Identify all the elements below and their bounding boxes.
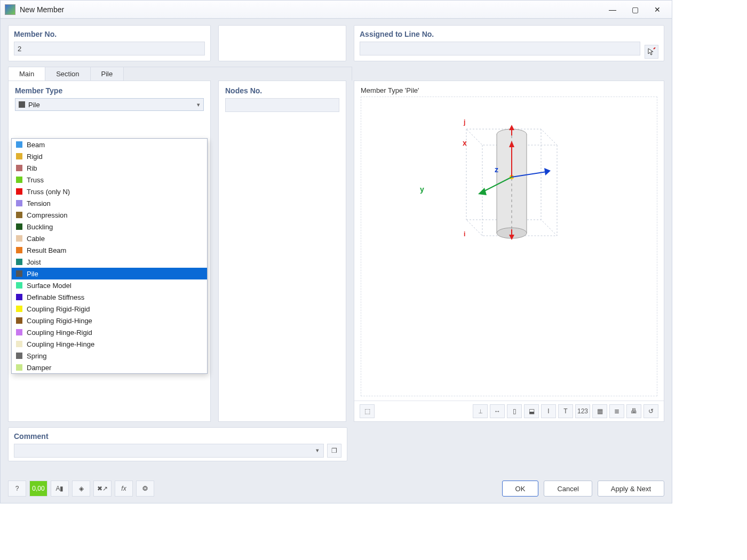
section-view-button[interactable]: ▯ — [507, 404, 522, 418]
color-swatch — [16, 341, 22, 347]
preview-title: Member Type 'Pile' — [354, 81, 664, 97]
comment-combobox[interactable]: ▾ — [14, 444, 324, 458]
option-label: Pile — [27, 270, 38, 278]
dimensions-button[interactable]: ↔ — [490, 404, 505, 418]
color-swatch — [16, 353, 22, 359]
option-label: Definable Stiffness — [27, 293, 84, 301]
pick-mode-button[interactable]: ✖↗ — [93, 481, 112, 497]
option-label: Tension — [27, 199, 51, 207]
member-type-option[interactable]: Tension — [12, 197, 207, 209]
minimize-button[interactable]: — — [602, 3, 623, 16]
member-type-option[interactable]: Rigid — [12, 150, 207, 162]
member-type-dropdown[interactable]: BeamRigidRibTrussTruss (only N)TensionCo… — [11, 138, 208, 374]
member-type-option[interactable]: Rib — [12, 162, 207, 174]
member-no-label: Member No. — [14, 30, 205, 38]
color-swatch — [16, 153, 22, 159]
view-button[interactable]: ◈ — [72, 481, 90, 497]
chevron-down-icon: ▾ — [197, 101, 200, 108]
cursor-pick-icon — [647, 47, 656, 56]
color-swatch — [16, 329, 22, 335]
member-type-selected: Pile — [28, 101, 40, 109]
help-button[interactable]: ? — [8, 481, 26, 497]
member-type-option[interactable]: Pile — [12, 268, 207, 279]
axis-toggle-button[interactable]: ⟂ — [473, 404, 488, 418]
member-no-field[interactable]: 2 — [14, 42, 205, 55]
member-type-option[interactable]: Coupling Rigid-Rigid — [12, 303, 207, 315]
close-button[interactable]: ✕ — [647, 3, 667, 16]
option-label: Rib — [27, 164, 37, 172]
member-type-option[interactable]: Joist — [12, 256, 207, 268]
color-swatch — [16, 282, 22, 289]
color-swatch — [16, 200, 22, 206]
option-label: Spring — [27, 352, 47, 360]
axis-x-label: x — [463, 139, 467, 147]
color-swatch — [16, 306, 22, 312]
cancel-button[interactable]: Cancel — [544, 481, 592, 497]
member-type-option[interactable]: Spring — [12, 350, 207, 362]
member-type-option[interactable]: Damper — [12, 362, 207, 373]
numbering-button[interactable]: 123 — [575, 404, 590, 418]
member-type-option[interactable]: Truss (only N) — [12, 186, 207, 197]
option-label: Result Beam — [27, 246, 66, 254]
option-label: Damper — [27, 364, 51, 372]
member-type-option[interactable]: Compression — [12, 209, 207, 221]
option-label: Coupling Hinge-Hinge — [27, 340, 94, 348]
tab-section[interactable]: Section — [45, 67, 90, 81]
pick-line-button[interactable] — [645, 45, 658, 59]
member-type-option[interactable]: Truss — [12, 174, 207, 186]
color-swatch — [16, 235, 22, 242]
color-swatch — [16, 177, 22, 183]
local-axes-button[interactable]: ⬓ — [524, 404, 539, 418]
member-type-option[interactable]: Surface Model — [12, 279, 207, 291]
color-swatch — [16, 247, 22, 253]
member-type-option[interactable]: Coupling Hinge-Hinge — [12, 338, 207, 350]
preview-toolbar: ⬚ ⟂ ↔ ▯ ⬓ I T 123 ▦ ≣ 🖶 ↺ — [354, 401, 664, 421]
dialog-bottom-bar: ? 0,00 A▮ ◈ ✖↗ fx ❂ OK Cancel Apply & Ne… — [8, 481, 664, 497]
option-label: Cable — [27, 235, 45, 243]
beam-i-button[interactable]: I — [541, 404, 556, 418]
nodes-field[interactable] — [225, 98, 339, 112]
print-button[interactable]: 🖶 — [626, 404, 641, 418]
member-no-panel: Member No. 2 — [8, 25, 211, 61]
color-swatch — [16, 212, 22, 218]
member-type-option[interactable]: Coupling Hinge-Rigid — [12, 326, 207, 338]
script-button[interactable]: ❂ — [136, 481, 154, 497]
comment-label: Comment — [14, 432, 341, 441]
member-type-option[interactable]: Coupling Rigid-Hinge — [12, 315, 207, 326]
legend-button[interactable]: A▮ — [51, 481, 69, 497]
beam-t-button[interactable]: T — [558, 404, 573, 418]
member-type-combobox[interactable]: Pile ▾ — [15, 98, 204, 111]
chevron-down-icon: ▾ — [316, 447, 319, 454]
tab-pile[interactable]: Pile — [91, 67, 124, 81]
member-type-option[interactable]: Beam — [12, 139, 207, 150]
member-type-option[interactable]: Result Beam — [12, 244, 207, 256]
nodes-panel: Nodes No. — [218, 81, 346, 422]
option-label: Coupling Rigid-Rigid — [27, 305, 90, 313]
comment-panel: Comment ▾ ❐ — [8, 427, 347, 461]
ok-button[interactable]: OK — [502, 481, 539, 497]
comment-library-button[interactable]: ❐ — [327, 444, 341, 458]
member-type-option[interactable]: Buckling — [12, 221, 207, 233]
preview-pick-button[interactable]: ⬚ — [360, 404, 375, 418]
reset-view-button[interactable]: ↺ — [643, 404, 658, 418]
color-swatch — [16, 223, 22, 230]
member-type-option[interactable]: Definable Stiffness — [12, 291, 207, 303]
svg-line-0 — [654, 47, 655, 49]
axis-z-label: z — [495, 165, 498, 174]
option-label: Truss (only N) — [27, 188, 70, 196]
tab-main[interactable]: Main — [9, 67, 45, 81]
member-type-option[interactable]: Cable — [12, 233, 207, 244]
preview-viewport[interactable]: x z y j i — [361, 97, 657, 396]
color-swatch — [16, 188, 22, 195]
grid-button[interactable]: ▦ — [592, 404, 607, 418]
maximize-button[interactable]: ▢ — [625, 3, 645, 16]
list-button[interactable]: ≣ — [609, 404, 624, 418]
apply-next-button[interactable]: Apply & Next — [598, 481, 664, 497]
units-button[interactable]: 0,00 — [29, 481, 47, 497]
formula-button[interactable]: fx — [115, 481, 133, 497]
color-swatch — [16, 317, 22, 324]
option-label: Compression — [27, 211, 68, 219]
assigned-line-field[interactable] — [360, 42, 640, 55]
color-swatch — [16, 294, 22, 300]
option-label: Coupling Hinge-Rigid — [27, 329, 92, 337]
